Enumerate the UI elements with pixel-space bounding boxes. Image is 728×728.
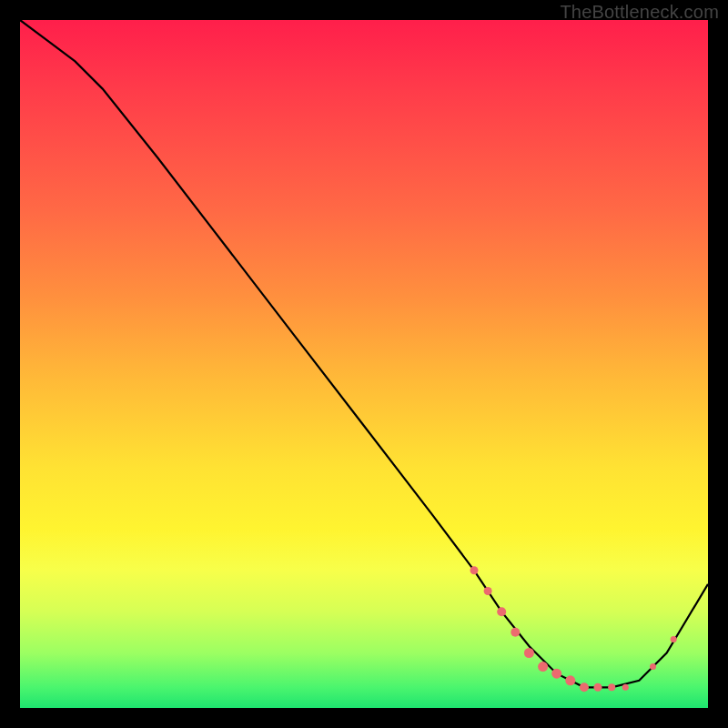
curve-line — [20, 20, 708, 687]
chart-stage: TheBottleneck.com — [0, 0, 728, 728]
curve-marker — [551, 669, 561, 679]
curve-marker — [565, 675, 575, 685]
curve-marker — [538, 662, 548, 672]
curve-marker — [622, 684, 629, 691]
curve-marker — [608, 683, 615, 691]
plot-area — [20, 20, 708, 708]
curve-marker — [580, 682, 589, 692]
chart-overlay-svg — [20, 20, 708, 708]
curve-marker — [484, 587, 492, 595]
curve-marker — [594, 683, 602, 692]
curve-marker — [524, 648, 534, 658]
curve-marker — [671, 636, 677, 642]
watermark-text: TheBottleneck.com — [560, 2, 719, 23]
curve-marker — [650, 663, 656, 670]
curve-marker — [470, 566, 479, 574]
curve-marker — [511, 628, 520, 637]
curve-marker — [497, 607, 506, 616]
